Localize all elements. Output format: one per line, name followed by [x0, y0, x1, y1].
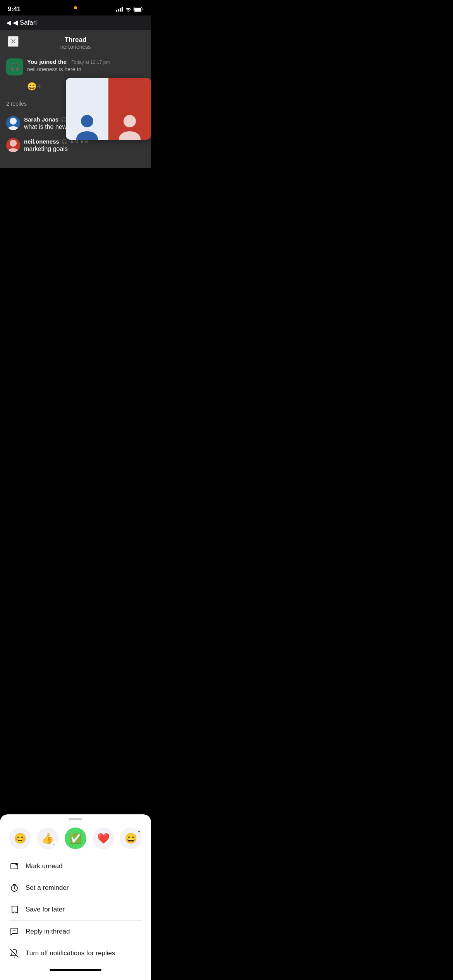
sarah-person-icon: [6, 116, 20, 130]
thread-subtitle: neil.oneness: [60, 44, 91, 50]
thread-title: Thread: [65, 36, 87, 44]
avatar-popup: [66, 78, 151, 140]
thread-header: ✕ Thread neil.oneness: [0, 30, 151, 55]
headphone-indicator-icon-2: 🎧: [62, 139, 67, 144]
back-chevron-icon: ◀: [6, 19, 11, 27]
neil-person-icon: [6, 138, 20, 152]
battery-icon: [134, 7, 143, 12]
person-blue-icon: [76, 113, 99, 140]
system-message: 🎧 You joined the Today at 12:17 pm neil.…: [6, 55, 145, 79]
svg-rect-1: [134, 8, 141, 11]
join-time: Today at 12:17 pm: [72, 60, 110, 65]
svg-point-7: [7, 126, 20, 130]
message-container: 🎧 You joined the Today at 12:17 pm neil.…: [0, 55, 151, 91]
replies-count: 2 replies: [6, 101, 27, 107]
svg-point-9: [7, 148, 20, 152]
close-icon: ✕: [10, 37, 17, 46]
add-emoji-icon: 😄+: [27, 82, 41, 91]
sarah-name: Sarah Jonas: [24, 116, 58, 123]
svg-point-6: [10, 118, 17, 125]
safari-bar[interactable]: ◀ ◀ Safari: [0, 15, 151, 30]
svg-point-2: [81, 115, 93, 127]
headphones-icon: 🎧: [10, 62, 20, 72]
close-button[interactable]: ✕: [8, 36, 19, 47]
neil-avatar: [6, 138, 20, 152]
safari-back-button[interactable]: ◀ ◀ Safari: [6, 19, 145, 27]
status-bar: 9:41: [0, 0, 151, 15]
status-time: 9:41: [8, 5, 21, 13]
app-icon: 🎧: [6, 58, 23, 75]
avatar-left-blue: [66, 78, 108, 140]
sarah-avatar: [6, 116, 20, 130]
safari-label: ◀ Safari: [13, 19, 37, 27]
neil-message-content: neil.oneness 🎧 Just now marketing goals: [24, 138, 88, 152]
avatar-right-red: [108, 78, 151, 140]
neil-msg-text: marketing goals: [24, 146, 88, 152]
svg-point-3: [76, 131, 98, 140]
svg-point-5: [119, 131, 141, 140]
signal-bars-icon: [116, 7, 123, 12]
svg-point-4: [124, 115, 136, 127]
status-icons: [116, 7, 143, 12]
orange-dot: [74, 6, 77, 9]
channel-description: neil.oneness is here to: [27, 66, 110, 72]
system-text-content: You joined the Today at 12:17 pm neil.on…: [27, 58, 110, 72]
wifi-icon: [125, 7, 131, 12]
neil-name: neil.oneness: [24, 138, 59, 145]
person-red-icon: [118, 113, 141, 140]
background-overlay: ✕ Thread neil.oneness 🎧 You joined the T…: [0, 30, 151, 168]
svg-point-8: [10, 140, 17, 147]
joined-text: You joined the: [27, 58, 67, 65]
